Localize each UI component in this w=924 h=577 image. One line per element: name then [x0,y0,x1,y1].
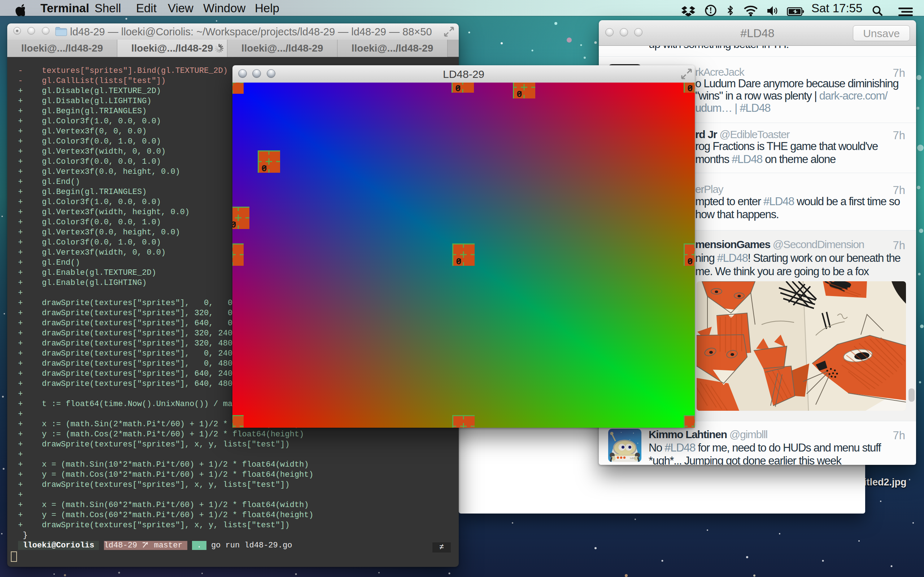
svg-text:IuBG: IuBG [630,457,636,459]
